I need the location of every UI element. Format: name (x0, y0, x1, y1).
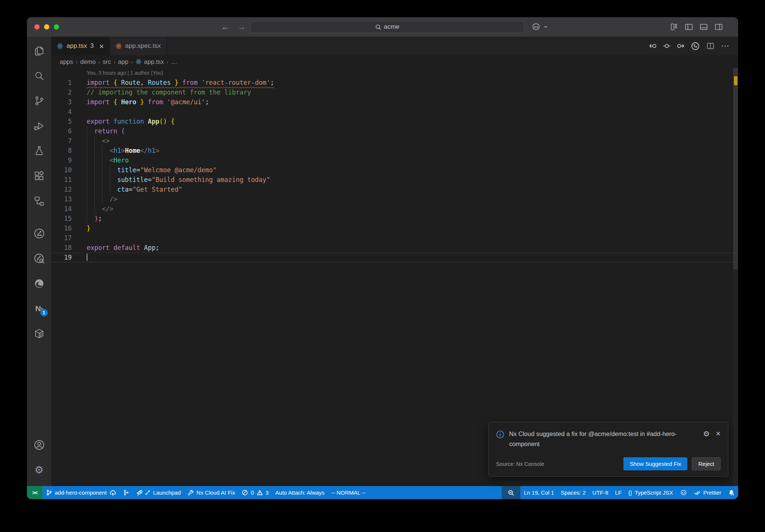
code-line-9[interactable]: 9 <Hero (51, 155, 738, 165)
sidebar-item-commit-graph[interactable] (30, 225, 48, 242)
breadcrumb-item[interactable]: app (118, 58, 128, 65)
sidebar-item-source-control[interactable] (30, 92, 48, 110)
code-line-8[interactable]: 8 <h1>Home</h1> (51, 146, 738, 155)
previous-change-icon[interactable] (649, 42, 657, 50)
double-check-icon (694, 489, 701, 496)
line-content: <Hero (87, 155, 129, 165)
line-content: return ( (87, 126, 125, 136)
customize-layout-icon[interactable] (669, 22, 678, 31)
breadcrumb-item[interactable]: apps (60, 58, 73, 65)
toggle-secondary-sidebar-icon[interactable] (714, 22, 723, 31)
more-actions-icon[interactable]: ⋯ (721, 41, 730, 51)
code-line-6[interactable]: 6 return ( (51, 126, 738, 136)
reject-button[interactable]: Reject (692, 457, 721, 470)
search-icon (375, 24, 381, 30)
nx-cloud-ai-fix-item[interactable]: Nx Cloud AI Fix (184, 486, 238, 499)
language-mode-item[interactable]: {} TypeScript JSX (625, 486, 676, 499)
code-line-1[interactable]: 1import { Route, Routes } from 'react-ro… (51, 78, 738, 87)
close-tab-icon[interactable]: × (99, 42, 104, 50)
line-content: <> (87, 136, 109, 146)
mini-graph-icon (145, 490, 151, 495)
show-suggested-fix-button[interactable]: Show Suggested Fix (623, 457, 688, 470)
code-line-5[interactable]: 5export function App() { (51, 117, 738, 126)
git-branch-icon (34, 95, 45, 106)
settings-button[interactable]: ⚙ (30, 461, 48, 479)
code-line-16[interactable]: 16} (51, 223, 738, 233)
git-branch-item[interactable]: add-hero-component (43, 486, 120, 499)
code-line-13[interactable]: 13 /> (51, 194, 738, 204)
status-bar: >< add-hero-component Launchpad Nx Cloud… (27, 486, 738, 499)
formatter-item[interactable]: Prettier (691, 486, 725, 499)
toggle-panel-icon[interactable] (699, 22, 708, 31)
activity-bar: N› 1 ⚙ (27, 37, 51, 486)
nav-forward-icon[interactable]: → (238, 22, 246, 32)
code-line-15[interactable]: 15 ); (51, 214, 738, 223)
sidebar-item-nx-console[interactable]: N› 1 (30, 300, 48, 318)
copilot-status-item[interactable] (676, 486, 691, 499)
line-content: } (87, 223, 90, 233)
commit-graph-button-icon[interactable] (691, 41, 700, 51)
code-line-18[interactable]: 18export default App; (51, 243, 738, 253)
beaker-icon (34, 145, 45, 157)
launchpad-item[interactable]: Launchpad (133, 486, 184, 499)
code-line-11[interactable]: 11 subtitle="Build something amazing tod… (51, 175, 738, 185)
maximize-window-button[interactable] (54, 24, 59, 30)
close-window-button[interactable] (34, 24, 40, 30)
sidebar-item-run-debug[interactable] (30, 117, 48, 135)
launchpad-label: Launchpad (153, 489, 181, 496)
tab-app-tsx[interactable]: app.tsx 3 × (51, 37, 110, 55)
minimize-window-button[interactable] (44, 24, 49, 30)
notifications-bell-item[interactable] (725, 486, 738, 499)
eol-item[interactable]: LF (612, 486, 625, 499)
sidebar-item-containers[interactable] (30, 325, 48, 343)
line-number: 14 (51, 204, 72, 214)
code-line-14[interactable]: 14 </> (51, 204, 738, 214)
sidebar-item-explorer[interactable] (30, 42, 48, 60)
scrollbar-slider[interactable] (733, 68, 738, 269)
sidebar-item-search[interactable] (30, 67, 48, 85)
problems-item[interactable]: 0 3 (238, 486, 272, 499)
copilot-menu[interactable] (531, 22, 548, 32)
zoom-indicator-item[interactable] (502, 486, 520, 499)
breadcrumb-item[interactable]: demo (80, 58, 96, 65)
line-content: </> (87, 204, 114, 214)
nav-back-icon[interactable]: ← (221, 22, 229, 32)
line-number: 13 (51, 194, 72, 204)
code-line-19[interactable]: 19 (51, 253, 738, 262)
notification-settings-gear-icon[interactable]: ⚙ (703, 430, 710, 437)
breadcrumb-item[interactable]: … (171, 58, 177, 65)
auto-attach-item[interactable]: Auto Attach: Always (272, 486, 328, 499)
code-line-12[interactable]: 12 cta="Get Started" (51, 185, 738, 194)
tab-app-spec-tsx[interactable]: app.spec.tsx (110, 37, 167, 55)
indentation-item[interactable]: Spaces: 2 (557, 486, 589, 499)
code-line-10[interactable]: 10 title="Welcmoe @acme/demo" (51, 165, 738, 175)
sidebar-item-project-structure[interactable] (30, 192, 48, 210)
split-editor-icon[interactable] (706, 42, 715, 50)
code-line-3[interactable]: 3import { Hero } from '@acme/ui'; (51, 97, 738, 107)
change-marker-icon[interactable] (663, 42, 670, 50)
remote-indicator[interactable]: >< (27, 486, 43, 499)
notification-close-icon[interactable]: × (716, 430, 721, 438)
sidebar-item-search-commits[interactable] (30, 250, 48, 267)
line-number: 1 (51, 78, 72, 87)
accounts-button[interactable] (30, 436, 48, 454)
next-change-icon[interactable] (677, 42, 684, 50)
encoding-item[interactable]: UTF-8 (589, 486, 612, 499)
breadcrumb-item[interactable]: src (103, 58, 111, 65)
sidebar-item-edge-tools[interactable] (30, 275, 48, 293)
code-lines: 1import { Route, Routes } from 'react-ro… (51, 78, 738, 262)
cursor-position-item[interactable]: Ln 19, Col 1 (520, 486, 557, 499)
code-line-7[interactable]: 7 <> (51, 136, 738, 146)
sidebar-item-testing[interactable] (30, 142, 48, 160)
sidebar-item-extensions[interactable] (30, 167, 48, 185)
breadcrumb-item[interactable]: app.tsx (144, 58, 164, 65)
line-number: 7 (51, 136, 72, 146)
toggle-primary-sidebar-icon[interactable] (684, 22, 693, 31)
code-line-4[interactable]: 4 (51, 107, 738, 117)
command-center-search[interactable]: acme (250, 21, 524, 33)
commit-graph-item[interactable] (120, 486, 133, 499)
editor-scrollbar[interactable] (733, 68, 738, 486)
code-line-17[interactable]: 17 (51, 233, 738, 243)
vim-mode-item[interactable]: -- NORMAL -- (328, 486, 369, 499)
code-line-2[interactable]: 2// importing the component from the lib… (51, 87, 738, 97)
